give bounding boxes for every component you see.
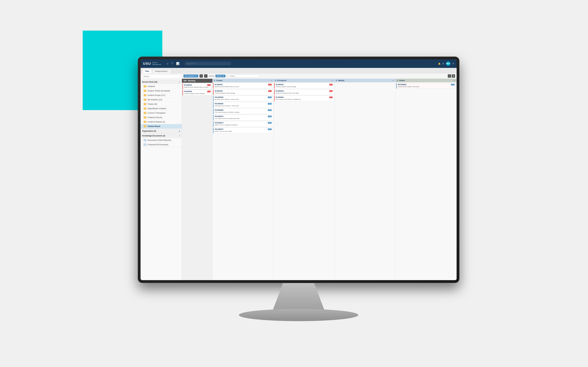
monitor-neck (273, 283, 325, 311)
card-id: FM-0000070 (215, 116, 223, 117)
sidebar-item-incident-tickets[interactable]: 📁 Incident Tickets (Escalated) (141, 89, 182, 93)
column-cards-created: IN-0000451 INA Network printer Dyfl0254 … (213, 82, 274, 280)
folder-icon: 📁 (144, 99, 146, 101)
sidebar-section-service-desk: Service Desk (10) ▼ 📁 Incidents 📁 Incide… (141, 80, 182, 129)
card-fm062[interactable]: FM-0000062 3MA Central access system in … (396, 83, 456, 89)
add-btn[interactable]: + (199, 74, 203, 78)
backlog-items: IN-0000451 INA Network printer Dyfl0254 … (182, 83, 212, 280)
card-in452a[interactable]: IN-0000452 INA Antivirus program shows d… (213, 89, 273, 95)
kanban-column-solved: 1 - Solved FM-0000062 3MA (396, 79, 457, 280)
user-badge[interactable]: MFA (446, 61, 450, 66)
minus-btn[interactable]: − (204, 74, 208, 78)
sidebar-section-header-knowledge[interactable]: Knowledge Documents (4) ▼ (141, 133, 182, 138)
column-cards-waiting (335, 82, 396, 280)
monitor-screen: USU Service Management ⌂ 🛡 📊 (141, 59, 457, 280)
column-count (392, 80, 394, 81)
logo-subtitle-line2: Management (152, 64, 161, 66)
column-label-in-progress: 2 - In Progress (275, 80, 286, 81)
card-id: FM-0000074 (215, 122, 223, 124)
folder-icon: 📁 (144, 85, 146, 87)
kanban-search-area (228, 75, 259, 77)
card-in451[interactable]: IN-0000451 INA Network printer Dyfl0254 … (213, 83, 273, 89)
card-in403[interactable]: IN-0000403 INA Emails are delivered with… (274, 89, 334, 95)
home-icon[interactable]: ⌂ (167, 62, 168, 65)
shield-icon[interactable]: 🛡 (171, 62, 174, 65)
logo-subtitle-line1: Service (152, 62, 161, 64)
sidebar-item-incidents-security[interactable]: 📁 Incidents Security (141, 115, 182, 120)
expand-icon[interactable]: ⤢ (448, 74, 451, 78)
column-header-in-progress: 2 - In Progress (274, 79, 335, 82)
card-badge: 3MA (451, 84, 455, 85)
sidebar-item-major-master[interactable]: 📁 Major/Master Incidents (141, 106, 182, 111)
layout-icon[interactable]: ⊞ (452, 74, 455, 78)
sidebar-item-kanban-board[interactable]: 📁 Kanban Board (141, 124, 182, 129)
backlog-header: 108 - Backlog (182, 79, 212, 83)
column-label-solved: 1 - Solved (397, 80, 405, 81)
folder-icon: 📁 (144, 94, 146, 96)
card-badge: INA (207, 84, 211, 86)
sidebar-item-incidents[interactable]: 📁 Incidents (141, 84, 182, 89)
sidebar-item-label-incident-groups: Incident Groups (271) (148, 94, 165, 96)
card-badge: INA (268, 84, 271, 85)
column-count (453, 80, 455, 81)
sidebar-item-incidents-disaster[interactable]: 📁 Incidents Disaster (2) (141, 120, 182, 124)
kanban-search-input[interactable] (228, 75, 259, 77)
card-fm068[interactable]: FM-0000068 3MA The central heating is de… (213, 108, 273, 114)
card-fm066[interactable]: FM-0000066 3MA What about my relocation … (213, 102, 273, 108)
sidebar-item-label-incidents-disaster: Incidents Disaster (2) (148, 121, 165, 123)
priority-dropdown[interactable]: Priority ▼ (216, 75, 225, 77)
sidebar-item-label-incidents-security: Incidents Security (148, 116, 162, 118)
card-desc: What about my relocation - emmy news (215, 105, 272, 107)
kanban-view-icons: ⤢ ⊞ (448, 74, 455, 78)
folder-icon: 📁 (144, 103, 146, 105)
top-right-area: 🔔 ⚙ MFA ▼ (438, 61, 454, 66)
my-incidents-dropdown[interactable]: My Incidents ▼ (183, 75, 198, 77)
card-id: IN-0000451 (184, 84, 192, 86)
sidebar-item-docs-ticket[interactable]: 📄 Documents (Ticket Relevant) (141, 138, 182, 142)
card-in452b[interactable]: IN-0000452 INA Antivirus program shows d… (274, 83, 334, 89)
card-fm074[interactable]: FM-0000074 3MA Defect / Error in Augsbur… (213, 121, 273, 127)
sidebar-section-organization: Organization (2) ▶ (141, 129, 182, 133)
sidebar-section-header-service-desk[interactable]: Service Desk (10) ▼ (141, 80, 182, 84)
sidebar-item-incident-groups[interactable]: 📁 Incident Groups (271) (141, 93, 182, 98)
kanban-column-waiting: 0 - Waiting (335, 79, 396, 280)
sidebar-item-label-tickets-all: Tickets (All) (148, 103, 157, 105)
backlog-card-in451[interactable]: IN-0000451 INA Network printer Dyfl0254 … (182, 83, 212, 89)
settings-icon[interactable]: ⚙ (442, 63, 444, 65)
card-id: FM-0000058 (215, 97, 223, 98)
sidebar-item-label-major-master: Major/Master Incidents (148, 108, 166, 110)
sidebar-section-label-service-desk: Service Desk (10) (142, 81, 157, 83)
card-desc: Network printer Dyfl0254 does not work..… (184, 86, 211, 88)
tab-tiles[interactable]: Tiles (142, 69, 152, 73)
backlog-card-in452[interactable]: IN-0000452 INA Antivirus program shows d… (182, 90, 212, 96)
top-search-input[interactable] (185, 62, 231, 66)
sidebar-section-header-org[interactable]: Organization (2) ▶ (141, 129, 182, 133)
card-fm058[interactable]: FM-0000058 3MA My office seat is defecti… (213, 96, 273, 101)
sidebar-section-knowledge: Knowledge Documents (4) ▼ 📄 Documents (T… (141, 133, 182, 147)
dropdown-arrow[interactable]: ▼ (452, 63, 454, 65)
card-desc: Defect / Error in UDC-10006 (215, 131, 272, 133)
doc-icon: 📄 (144, 144, 146, 146)
monitor-base (239, 309, 358, 321)
card-fm070[interactable]: FM-0000070 3MA The contract with the com… (213, 115, 273, 120)
folder-icon: 📁 (144, 121, 146, 123)
card-in004[interactable]: IN-0000004 INA Wi-Fi Access Point Failur… (274, 96, 334, 101)
card-id: IN-0000451 (215, 84, 223, 85)
sidebar-item-tickets-all[interactable]: 📁 Tickets (All) (141, 102, 182, 106)
card-fm075[interactable]: FM-0000075 3MA Defect / Error in UDC-100… (213, 127, 273, 133)
sidebar-item-current-it[interactable]: 📁 Current IT Disruptions (141, 111, 182, 115)
sidebar-item-label-my-incidents: My Incidents (1/4) (148, 99, 162, 101)
tab-kanban[interactable]: Kanban Board × (152, 69, 171, 73)
column-count (270, 80, 272, 81)
sidebar-item-proposed-kb[interactable]: 📄 Proposed KB-Documents (141, 142, 182, 147)
sidebar-item-label-proposed-kb: Proposed KB-Documents (148, 144, 168, 146)
chart-icon[interactable]: 📊 (176, 62, 180, 65)
logo-area: USU Service Management (143, 62, 161, 66)
sidebar-search-area (141, 73, 182, 80)
sidebar-search-input[interactable] (142, 75, 180, 78)
monitor-bezel: USU Service Management ⌂ 🛡 📊 (138, 57, 459, 283)
notifications-icon[interactable]: 🔔 (438, 63, 441, 65)
sidebar-item-my-incidents[interactable]: 📁 My Incidents (1/4) (141, 98, 182, 102)
card-desc: The contract with the company that mak..… (215, 118, 272, 120)
sort-order-icon[interactable]: ↕ (226, 75, 227, 77)
